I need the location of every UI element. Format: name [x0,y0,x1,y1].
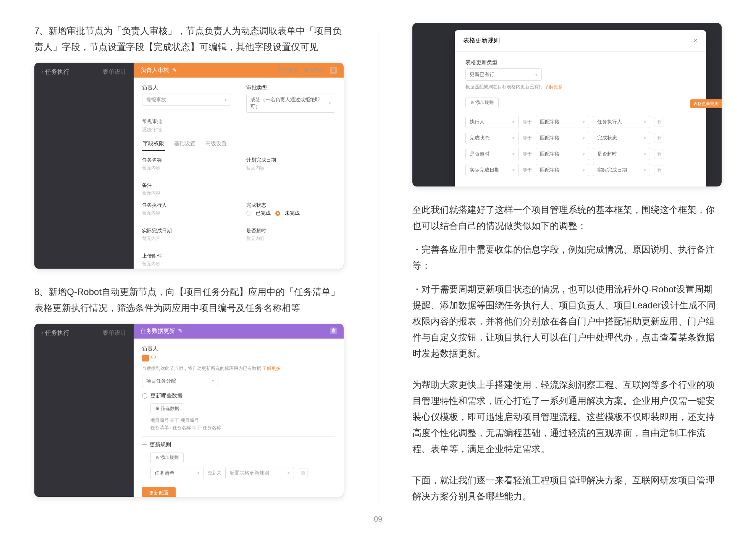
target-app-select[interactable]: 项目任务分配▾ [142,375,218,387]
shot2-header: 任务数据更新✎ 🗑 [134,324,344,339]
screenshot-1: ‹ 任务执行 表单设计 负责人审核✎ 节点负责 审批节点 🗑 负责人 提报事故▾ [34,63,344,269]
step7-text: 7、新增审批节点为「负责人审核」，节点负责人为动态调取表单中「项目负责人」字段，… [34,23,344,55]
page-divider [378,31,378,504]
side-tag: 表格更新规则 [690,99,722,108]
filter-button[interactable]: ⚙ 筛选数据 [150,403,184,414]
tab-advanced[interactable]: 高级设置 [205,137,228,151]
learn-more-link[interactable]: 了解更多 [544,84,563,89]
rule-row-3: 是否超时▾ 等于 匹配字段▾ 是否超时▾ 🗑 [465,148,695,160]
shot1-tabs: 字段权限 基础设置 高级设置 [142,137,335,151]
right-p1: 至此我们就搭建好了这样一个项目管理系统的基本框架，围绕这个框架，你也可以结合自己… [412,202,722,234]
back-icon: ‹ [41,68,45,75]
right-b1: ・完善各应用中需要收集的信息字段，例如完成情况、原因说明、执行备注等； [412,242,722,274]
rule-row-1: 执行人▾ 等于 匹配字段▾ 任务执行人▾ 🗑 [465,116,695,128]
delete-icon[interactable]: 🗑 [654,133,664,143]
tasklist-select[interactable]: 任务清单▾ [150,467,204,479]
screenshot-3: 表格更新规则 表格更新规则 × 表格更新类型 更新已有行▾ 根据匹配规则在目标表… [412,23,722,186]
rule-row-2: 完成状态▾ 等于 匹配字段▾ 完成状态▾ 🗑 [465,132,695,144]
add-rule-button[interactable]: ⊕ 添加规则 [465,97,499,108]
page-number: 09 [374,515,382,524]
right-p2: 为帮助大家更快上手搭建使用，轻流深刻洞察工程、互联网等多个行业的项目管理特性和需… [412,377,722,457]
right-page: 表格更新规则 表格更新规则 × 表格更新类型 更新已有行▾ 根据匹配规则在目标表… [378,23,756,512]
shot1-sidebar: ‹ 任务执行 表单设计 [34,63,134,269]
add-rule-button[interactable]: ⊕ 添加规则 [150,452,184,463]
radio-undone[interactable] [275,211,280,216]
approval-type-select[interactable]: 或签（一名负责人通过或拒绝即可）▾ [246,94,335,113]
update-config-button[interactable]: 更新配置 [142,487,176,497]
delete-icon[interactable]: 🗑 [654,149,664,159]
circle-icon [142,393,147,399]
screenshot-2: ‹ 任务执行 表单设计 任务数据更新✎ 🗑 负责人 − 当数据到达此节点时，将自… [34,324,344,497]
tab-permission[interactable]: 字段权限 [142,137,165,151]
edit-icon[interactable]: ✎ [172,67,177,74]
close-icon[interactable]: × [693,36,698,45]
edit-icon[interactable]: ✎ [178,327,183,334]
update-type-select[interactable]: 更新已有行▾ [465,68,542,81]
right-b2: ・对于需要周期更新项目状态的情况，也可以使用流程外Q-Robot设置周期提醒、添… [412,281,722,362]
config-rule-select[interactable]: 配置表格更新规则▾ [225,467,294,479]
rule-row-4: 实际完成日期▾ 等于 匹配字段▾ 实际完成日期▾ 🗑 [465,164,695,176]
delete-icon[interactable]: 🗑 [654,165,664,175]
trash-icon[interactable]: 🗑 [330,67,337,74]
user-badge [142,355,149,362]
responsible-select[interactable]: 提报事故▾ [142,94,231,106]
trash-icon[interactable]: 🗑 [330,327,337,334]
radio-done[interactable] [246,211,251,216]
shot1-header: 负责人审核✎ 节点负责 审批节点 🗑 [134,63,344,78]
left-page: 7、新增审批节点为「负责人审核」，节点负责人为动态调取表单中「项目负责人」字段，… [0,23,378,512]
minus-icon[interactable]: − [151,355,156,359]
right-p3: 下面，就让我们逐一来看轻流工程项目管理解决方案、互联网研发项目管理解决方案分别具… [412,472,722,504]
tab-basic[interactable]: 基础设置 [173,137,196,151]
learn-more-link[interactable]: 了解更多 [262,366,281,371]
delete-icon[interactable]: 🗑 [654,117,664,127]
step8-text: 8、新增Q-Robot自动更新节点，向【项目任务分配】应用中的「任务清单」表格更… [34,284,344,316]
delete-icon[interactable]: 🗑 [298,468,308,478]
update-rule-modal: 表格更新规则 × 表格更新类型 更新已有行▾ 根据匹配规则在目标表格内更新已有行… [455,30,706,186]
shot2-sidebar: ‹ 任务执行 表单设计 [34,324,134,497]
